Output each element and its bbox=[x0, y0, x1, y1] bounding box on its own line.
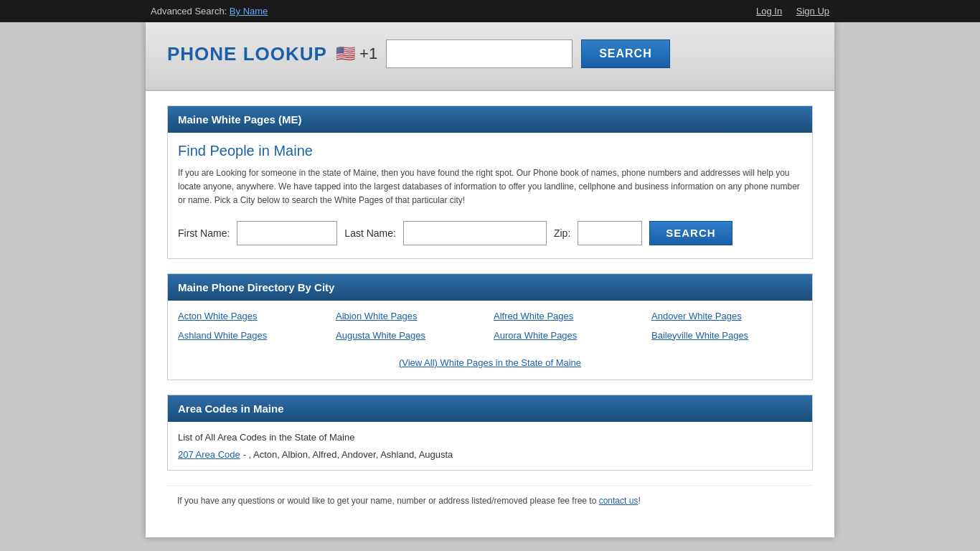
main-wrapper: PHONE LOOKUP 🇺🇸 +1 SEARCH Maine White Pa… bbox=[146, 22, 834, 537]
top-bar: Advanced Search: By Name Log In Sign Up bbox=[0, 0, 980, 22]
first-name-label: First Name: bbox=[178, 227, 230, 239]
zip-input[interactable] bbox=[578, 221, 642, 245]
whitepages-section: Maine White Pages (ME) Find People in Ma… bbox=[167, 105, 813, 259]
login-link[interactable]: Log In bbox=[756, 6, 782, 17]
find-people-title: Find People in Maine bbox=[168, 143, 812, 159]
city-link-2[interactable]: Alfred White Pages bbox=[494, 311, 644, 321]
city-section-header: Maine Phone Directory By City bbox=[168, 274, 812, 301]
last-name-label: Last Name: bbox=[344, 227, 396, 239]
city-link-6[interactable]: Aurora White Pages bbox=[494, 330, 644, 341]
area-code-207-link[interactable]: 207 Area Code bbox=[178, 449, 240, 460]
city-link-7[interactable]: Baileyville White Pages bbox=[651, 330, 802, 341]
area-codes-section: Area Codes in Maine List of All Area Cod… bbox=[167, 395, 813, 471]
zip-label: Zip: bbox=[554, 227, 570, 239]
phone-search-button[interactable]: SEARCH bbox=[581, 39, 670, 68]
area-codes-content: List of All Area Codes in the State of M… bbox=[168, 422, 812, 470]
phone-prefix: +1 bbox=[359, 44, 377, 62]
area-codes-list-label: List of All Area Codes in the State of M… bbox=[178, 432, 802, 443]
contact-us-link[interactable]: contact us bbox=[599, 496, 639, 506]
area-code-207-description: - , Acton, Albion, Alfred, Andover, Ashl… bbox=[243, 449, 453, 460]
content-area: Maine White Pages (ME) Find People in Ma… bbox=[146, 91, 834, 537]
city-links-container: Acton White PagesAlbion White PagesAlfre… bbox=[168, 301, 812, 351]
city-link-3[interactable]: Andover White Pages bbox=[651, 311, 802, 321]
view-all-link[interactable]: (View All) White Pages in the State of M… bbox=[399, 357, 581, 368]
phone-lookup-title: PHONE LOOKUP bbox=[167, 43, 327, 65]
top-bar-left: Advanced Search: By Name bbox=[0, 6, 268, 17]
top-bar-right: Log In Sign Up bbox=[745, 6, 980, 17]
advanced-search-label: Advanced Search: bbox=[151, 6, 227, 17]
flag-prefix: 🇺🇸 +1 bbox=[336, 44, 377, 63]
first-name-input[interactable] bbox=[237, 221, 337, 245]
whitepages-section-header: Maine White Pages (ME) bbox=[168, 106, 812, 133]
area-codes-section-header: Area Codes in Maine bbox=[168, 395, 812, 422]
city-section: Maine Phone Directory By City Acton Whit… bbox=[167, 273, 813, 380]
people-search-button[interactable]: SEARCH bbox=[649, 221, 732, 245]
footer-note-before: If you have any questions or would like … bbox=[177, 496, 599, 506]
footer-note-after: ! bbox=[638, 496, 640, 506]
phone-input[interactable] bbox=[386, 39, 573, 68]
signup-link[interactable]: Sign Up bbox=[796, 6, 829, 17]
find-people-description: If you are Looking for someone in the st… bbox=[168, 166, 812, 208]
flag-icon: 🇺🇸 bbox=[336, 44, 355, 62]
view-all-container: (View All) White Pages in the State of M… bbox=[168, 351, 812, 380]
last-name-input[interactable] bbox=[403, 221, 547, 245]
city-link-0[interactable]: Acton White Pages bbox=[178, 311, 329, 321]
city-link-4[interactable]: Ashland White Pages bbox=[178, 330, 329, 341]
city-link-5[interactable]: Augusta White Pages bbox=[336, 330, 486, 341]
by-name-link[interactable]: By Name bbox=[230, 6, 268, 17]
footer-note: If you have any questions or would like … bbox=[167, 485, 813, 516]
city-link-1[interactable]: Albion White Pages bbox=[336, 311, 486, 321]
phone-lookup-section: PHONE LOOKUP 🇺🇸 +1 SEARCH bbox=[146, 22, 834, 91]
people-search-form: First Name: Last Name: Zip: SEARCH bbox=[168, 221, 812, 258]
